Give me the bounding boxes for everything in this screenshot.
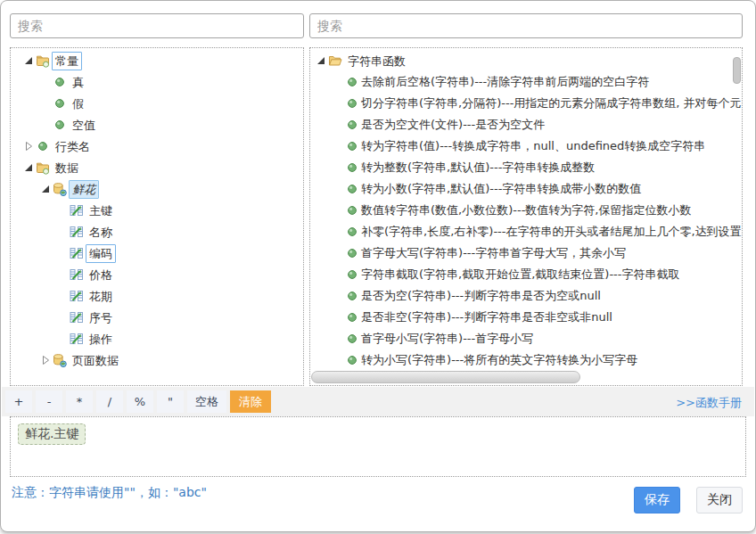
function-item-label[interactable]: 切分字符串(字符串,分隔符)---用指定的元素分隔成字符串数组, 并对每个元 (361, 93, 742, 114)
tree-node[interactable]: 常量 (11, 50, 303, 71)
indent-spacer (331, 140, 345, 152)
tree-node-label[interactable]: 花期 (86, 287, 116, 306)
variables-search-input[interactable] (10, 13, 304, 38)
collapse-arrow-icon[interactable] (21, 54, 36, 67)
clear-button[interactable]: 清除 (230, 390, 271, 413)
tree-node-label[interactable]: 价格 (86, 266, 116, 284)
function-item-label[interactable]: 是否非空(字符串)---判断字符串是否非空或非null (361, 307, 612, 328)
tree-node[interactable]: 数据 (11, 157, 303, 178)
functions-search-input[interactable] (309, 13, 743, 38)
function-item[interactable]: 转为小数(字符串,默认值)---字符串转换成带小数的数值 (310, 178, 742, 200)
formula-editor-area[interactable]: 鲜花.主键 (10, 416, 746, 477)
tree-node-label[interactable]: 行类名 (52, 137, 94, 156)
vertical-scrollbar-thumb[interactable] (733, 57, 741, 84)
tree-node-label[interactable]: 常量 (52, 52, 82, 70)
function-item-label[interactable]: 首字母大写(字符串)---字符串首字母大写，其余小写 (361, 242, 626, 264)
tree-node[interactable]: 编码 (11, 242, 303, 264)
formula-editor-dialog: 常量真假空值行类名数据鲜花主键名称编码价格花期序号操作页面数据 字符串函数去除前… (0, 0, 756, 532)
tree-node-label[interactable]: 页面数据 (69, 351, 122, 370)
tree-node[interactable]: 价格 (11, 264, 303, 285)
tree-node-label[interactable]: 真 (69, 73, 87, 92)
function-item-label[interactable]: 去除前后空格(字符串)---清除字符串前后两端的空白字符 (361, 71, 649, 93)
function-group-label[interactable]: 字符串函数 (344, 52, 409, 70)
function-item[interactable]: 是否非空(字符串)---判断字符串是否非空或非null (310, 307, 742, 328)
tree-node[interactable]: 鲜花 (11, 178, 303, 200)
tree-node-label[interactable]: 名称 (86, 223, 116, 242)
horizontal-scrollbar-thumb[interactable] (311, 371, 580, 383)
function-item-label[interactable]: 字符串截取(字符串,截取开始位置,截取结束位置)---字符串截取 (361, 264, 679, 285)
function-item-label[interactable]: 补零(字符串,长度,右补零)---在字符串的开头或者结尾加上几个零,达到设置 (361, 221, 742, 242)
function-item-label[interactable]: 是否为空(字符串)---判断字符串是否为空或null (361, 285, 601, 307)
function-group-node[interactable]: 字符串函数 (310, 50, 742, 71)
function-item[interactable]: 首字母大写(字符串)---字符串首字母大写，其余小写 (310, 242, 742, 264)
collapse-arrow-icon[interactable] (314, 54, 328, 67)
tree-node[interactable]: 假 (11, 93, 303, 114)
function-item-label[interactable]: 转为小写(字符串)---将所有的英文字符转换为小写字母 (361, 349, 637, 371)
collapse-arrow-icon[interactable] (21, 161, 36, 174)
bullet-icon (345, 267, 361, 282)
indent-spacer (38, 119, 53, 131)
function-item[interactable]: 转为整数(字符串,默认值)---字符串转换成整数 (310, 157, 742, 178)
tree-node-label[interactable]: 空值 (69, 116, 99, 135)
function-item[interactable]: 是否为空文件(文件)---是否为空文件 (310, 114, 742, 136)
function-item-label[interactable]: 是否为空文件(文件)---是否为空文件 (361, 114, 545, 136)
bullet-icon (53, 96, 69, 111)
expand-arrow-icon[interactable] (21, 140, 36, 152)
function-item-label[interactable]: 数值转字符串(数值,小数位数)---数值转为字符,保留指定位数小数 (361, 200, 691, 221)
tree-node[interactable]: 页面数据 (11, 349, 303, 371)
bullet-icon (345, 353, 361, 367)
field-icon (70, 203, 86, 218)
function-item[interactable]: 首字母小写(字符串)---首字母小写 (310, 328, 742, 349)
formula-token[interactable]: 鲜花.主键 (18, 423, 86, 445)
tree-node[interactable]: 操作 (11, 328, 303, 349)
tree-node[interactable]: 序号 (11, 307, 303, 328)
function-manual-link[interactable]: >>函数手册 (676, 395, 742, 411)
indent-spacer (331, 119, 345, 131)
function-item[interactable]: 去除前后空格(字符串)---清除字符串前后两端的空白字符 (310, 71, 742, 93)
save-button[interactable]: 保存 (634, 487, 680, 513)
function-item[interactable]: 转为小写(字符串)---将所有的英文字符转换为小写字母 (310, 349, 742, 371)
bullet-icon (345, 225, 361, 239)
tree-node-label[interactable]: 操作 (86, 330, 116, 349)
tree-node-label[interactable]: 主键 (86, 201, 116, 220)
bullet-icon (345, 139, 361, 153)
tree-node-label[interactable]: 假 (69, 94, 87, 113)
operator-button[interactable]: % (127, 390, 153, 413)
tree-node-label[interactable]: 序号 (86, 308, 116, 327)
tree-node-label[interactable]: 鲜花 (69, 180, 99, 199)
expand-arrow-icon[interactable] (38, 354, 53, 366)
operator-button[interactable]: " (157, 390, 184, 413)
function-item[interactable]: 字符串截取(字符串,截取开始位置,截取结束位置)---字符串截取 (310, 264, 742, 285)
field-icon (70, 225, 86, 239)
operator-button[interactable]: / (96, 390, 123, 413)
indent-spacer (55, 268, 70, 281)
bullet-icon (345, 160, 361, 175)
indent-spacer (55, 311, 70, 324)
tree-node[interactable]: 真 (11, 71, 303, 93)
collapse-arrow-icon[interactable] (38, 183, 53, 195)
functions-tree: 字符串函数去除前后空格(字符串)---清除字符串前后两端的空白字符切分字符串(字… (310, 48, 742, 371)
function-item-label[interactable]: 转为整数(字符串,默认值)---字符串转换成整数 (361, 157, 595, 178)
tree-node[interactable]: 名称 (11, 221, 303, 242)
tree-node[interactable]: 花期 (11, 285, 303, 307)
function-item-label[interactable]: 首字母小写(字符串)---首字母小写 (361, 328, 533, 349)
tree-node[interactable]: 空值 (11, 114, 303, 136)
operator-button[interactable]: - (36, 390, 62, 413)
indent-spacer (331, 354, 345, 366)
tree-node-label[interactable]: 编码 (86, 244, 116, 263)
function-item[interactable]: 补零(字符串,长度,右补零)---在字符串的开头或者结尾加上几个零,达到设置 (310, 221, 742, 242)
tree-node-label[interactable]: 数据 (52, 159, 82, 177)
function-item[interactable]: 转为字符串(值)---转换成字符串，null、undefined转换成空字符串 (310, 136, 742, 157)
operator-button[interactable]: + (5, 390, 32, 413)
function-item-label[interactable]: 转为字符串(值)---转换成字符串，null、undefined转换成空字符串 (361, 136, 705, 157)
tree-node[interactable]: 主键 (11, 200, 303, 221)
operator-button[interactable]: * (66, 390, 93, 413)
tree-node[interactable]: 行类名 (11, 136, 303, 157)
function-item-label[interactable]: 转为小数(字符串,默认值)---字符串转换成带小数的数值 (361, 178, 641, 200)
function-item[interactable]: 切分字符串(字符串,分隔符)---用指定的元素分隔成字符串数组, 并对每个元 (310, 93, 742, 114)
function-item[interactable]: 是否为空(字符串)---判断字符串是否为空或null (310, 285, 742, 307)
function-item[interactable]: 数值转字符串(数值,小数位数)---数值转为字符,保留指定位数小数 (310, 200, 742, 221)
close-button[interactable]: 关闭 (696, 487, 743, 513)
indent-spacer (55, 204, 70, 217)
space-button[interactable]: 空格 (187, 390, 226, 413)
